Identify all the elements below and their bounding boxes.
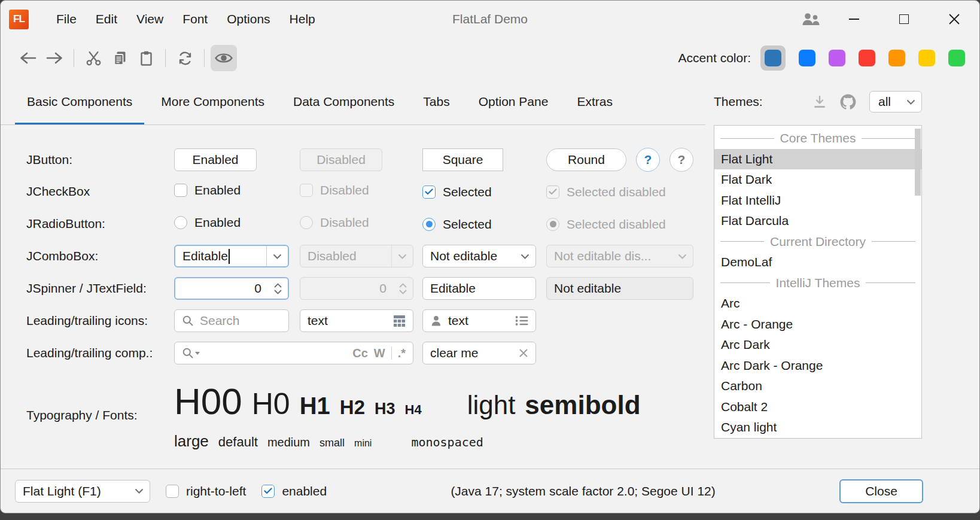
help-button-gray[interactable]: ?	[669, 148, 693, 172]
square-button[interactable]: Square	[422, 148, 503, 171]
radio-selected[interactable]: Selected	[422, 217, 492, 232]
accent-swatch-blue[interactable]	[799, 50, 815, 66]
text-input-table[interactable]: text	[300, 309, 413, 332]
close-button[interactable]: Close	[839, 479, 923, 503]
theme-item-carbon[interactable]: Carbon	[714, 376, 921, 397]
accent-swatch-yellow[interactable]	[918, 50, 935, 66]
show-hidden-eye-icon[interactable]	[211, 45, 237, 71]
enabled-checkbox[interactable]: enabled	[261, 484, 327, 498]
match-case-icon[interactable]: Cc	[352, 346, 368, 360]
theme-item-arc-dark[interactable]: Arc Dark	[714, 334, 921, 355]
tab-tabs[interactable]: Tabs	[411, 78, 461, 124]
menu-font[interactable]: Font	[173, 8, 217, 30]
radio-label: Selected disabled	[567, 217, 666, 232]
theme-item-demolaf[interactable]: DemoLaf	[714, 252, 921, 273]
download-icon[interactable]	[812, 95, 827, 109]
radio-label: Enabled	[194, 215, 241, 230]
search-with-options-input[interactable]: Cc W .*	[174, 342, 413, 364]
combobox-value: Not editable dis...	[547, 249, 671, 263]
checkbox-label: Enabled	[194, 183, 241, 197]
round-button[interactable]: Round	[546, 148, 626, 171]
chevron-down-icon[interactable]	[514, 245, 535, 267]
accent-swatch-purple[interactable]	[829, 50, 845, 66]
checkbox-enabled[interactable]: Enabled	[174, 183, 241, 197]
spinner-arrows	[392, 283, 413, 294]
refresh-icon[interactable]	[172, 45, 198, 71]
accent-swatch-red[interactable]	[859, 50, 875, 66]
table-icon[interactable]	[393, 315, 406, 327]
users-icon[interactable]	[793, 1, 829, 38]
github-icon[interactable]	[840, 94, 856, 110]
rtl-checkbox[interactable]: right-to-left	[166, 484, 246, 498]
list-icon[interactable]	[515, 315, 528, 326]
field-divider	[391, 346, 392, 360]
toolbar-separator	[204, 49, 205, 67]
theme-item-flat-light[interactable]: Flat Light	[714, 149, 921, 170]
paste-icon[interactable]	[133, 45, 159, 71]
radio-enabled[interactable]: Enabled	[174, 215, 241, 230]
type-mini: mini	[354, 438, 372, 449]
themes-list[interactable]: Core Themes Flat Light Flat Dark Flat In…	[714, 125, 922, 439]
combobox-not-editable[interactable]: Not editable	[422, 245, 536, 267]
back-icon[interactable]	[15, 45, 41, 71]
accent-swatch-selected[interactable]	[760, 45, 786, 71]
themes-filter-combobox[interactable]: all	[869, 91, 922, 112]
textfield-editable[interactable]: Editable	[422, 277, 536, 300]
chevron-down-icon	[128, 481, 150, 502]
text-input-user[interactable]: text	[422, 309, 536, 332]
menu-edit[interactable]: Edit	[86, 8, 127, 30]
menu-help[interactable]: Help	[280, 8, 325, 30]
theme-item-arc[interactable]: Arc	[714, 293, 921, 314]
toolbar-separator	[74, 49, 74, 67]
theme-item-cobalt-2[interactable]: Cobalt 2	[714, 397, 921, 418]
laf-combobox[interactable]: Flat Light (F1)	[15, 480, 150, 503]
tab-data-components[interactable]: Data Components	[281, 78, 406, 124]
search-input[interactable]: Search	[174, 309, 289, 332]
regex-icon[interactable]: .*	[398, 346, 406, 360]
radio-label: Selected	[443, 217, 492, 232]
menu-options[interactable]: Options	[217, 8, 279, 30]
minimize-button[interactable]	[829, 1, 879, 38]
textfield-value: Editable	[430, 281, 476, 296]
chevron-down-icon[interactable]	[266, 246, 288, 266]
accent-swatch-green[interactable]	[948, 50, 965, 66]
close-window-button[interactable]	[929, 1, 979, 38]
type-default: default	[218, 434, 258, 450]
forward-icon[interactable]	[41, 45, 68, 71]
scrollbar-thumb[interactable]	[915, 129, 921, 196]
theme-item-flat-intellij[interactable]: Flat IntelliJ	[714, 190, 921, 211]
spinner-arrows[interactable]	[267, 283, 288, 294]
search-dropdown-icon[interactable]	[182, 347, 200, 359]
clearable-input[interactable]: clear me	[422, 342, 536, 364]
chevron-down-icon	[671, 245, 693, 267]
spinner[interactable]: 0	[174, 277, 289, 300]
clear-icon[interactable]	[519, 348, 528, 358]
theme-item-flat-dark[interactable]: Flat Dark	[714, 169, 921, 190]
menu-file[interactable]: File	[47, 8, 86, 30]
checkbox-selected[interactable]: Selected	[422, 185, 492, 199]
laf-value: Flat Light (F1)	[16, 484, 128, 498]
tab-option-pane[interactable]: Option Pane	[467, 78, 561, 124]
combobox-disabled: Disabled	[300, 245, 413, 267]
enabled-button[interactable]: Enabled	[174, 148, 257, 171]
theme-item-flat-darcula[interactable]: Flat Darcula	[714, 211, 921, 232]
tab-basic-components[interactable]: Basic Components	[15, 78, 144, 124]
tab-more-components[interactable]: More Components	[149, 78, 276, 124]
help-button-blue[interactable]: ?	[636, 148, 660, 172]
whole-word-icon[interactable]: W	[374, 346, 385, 360]
app-logo-icon: FL	[9, 10, 29, 29]
checkbox-label: right-to-left	[186, 484, 246, 498]
cut-icon[interactable]	[80, 45, 106, 71]
menu-view[interactable]: View	[127, 8, 173, 30]
theme-item-dark-flat[interactable]: Dark Flat	[714, 438, 921, 439]
maximize-button[interactable]	[879, 1, 929, 38]
tab-extras[interactable]: Extras	[565, 78, 625, 124]
copy-icon[interactable]	[106, 45, 133, 71]
theme-item-cyan-light[interactable]: Cyan light	[714, 417, 921, 438]
combobox-editable[interactable]: Editable	[174, 245, 289, 267]
accent-swatch-orange[interactable]	[888, 50, 905, 66]
type-h00: H00	[174, 380, 242, 422]
theme-item-arc-dark-orange[interactable]: Arc Dark - Orange	[714, 355, 921, 376]
theme-item-arc-orange[interactable]: Arc - Orange	[714, 314, 921, 335]
icons-row-label: Leading/trailing icons:	[26, 314, 174, 328]
